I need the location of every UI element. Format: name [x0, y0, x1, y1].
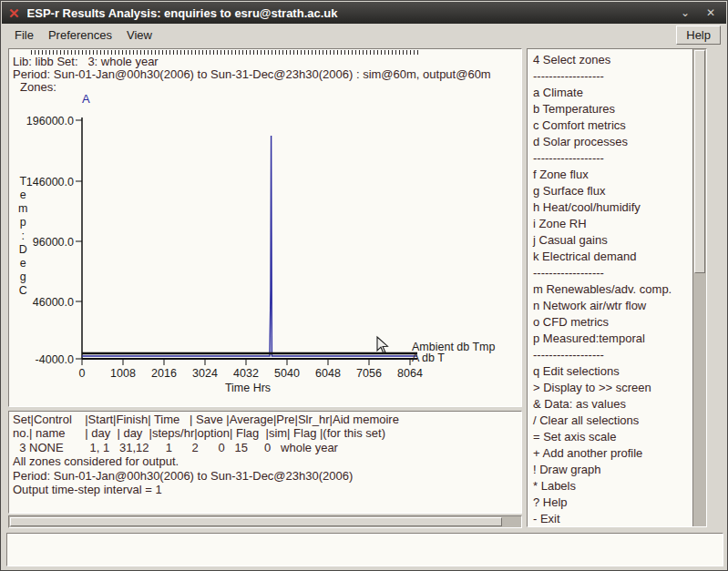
- x-tick-label: 7056: [356, 367, 382, 380]
- menu-item-network-flow[interactable]: n Network air/wtr flow: [533, 298, 692, 314]
- app-window: ✕ ESP-r Results Analysis: enquiries to e…: [0, 0, 728, 571]
- y-tick-label: 46000.0: [33, 296, 74, 309]
- x-tick-label: 0: [79, 367, 86, 380]
- x-tick-label: 1008: [110, 367, 136, 380]
- y-tick-label: 146000.0: [26, 176, 74, 189]
- results-graph: 196000.0 146000.0 96000.0 46000.0 -4000.…: [9, 49, 521, 406]
- text-feedback-box[interactable]: [6, 533, 723, 566]
- close-icon[interactable]: ✕: [702, 5, 720, 21]
- vertical-scrollbar-thumb[interactable]: [694, 50, 705, 273]
- menu-item-data-values[interactable]: & Data: as values: [533, 396, 692, 413]
- menu-item-clear-selections[interactable]: / Clear all selections: [533, 413, 692, 429]
- x-tick-label: 2016: [151, 367, 177, 380]
- summary-line: Output time-step interval = 1: [13, 483, 521, 496]
- menu-separator: ------------------: [533, 347, 692, 363]
- x11-app-icon: ✕: [8, 6, 20, 20]
- command-menu-list: 4 Select zones ------------------ a Clim…: [528, 49, 692, 526]
- menu-item-display-to[interactable]: > Display to >> screen: [533, 380, 692, 396]
- menu-item-zone-flux[interactable]: f Zone flux: [533, 167, 692, 183]
- menu-view[interactable]: View: [119, 25, 159, 45]
- x-tick-label: 8064: [397, 367, 423, 380]
- menu-item-heat-cool[interactable]: h Heat/cool/humidify: [533, 199, 692, 216]
- menu-item-measured[interactable]: p Measured:temporal: [533, 331, 692, 347]
- graph-panel: Lib: libb Set: 3: whole year Period: Sun…: [8, 48, 522, 407]
- legend-zone-label: A db T: [412, 352, 445, 364]
- menu-item-cfd[interactable]: o CFD metrics: [533, 314, 692, 331]
- y-tick-label: 96000.0: [33, 236, 74, 249]
- summary-line: Period: Sun-01-Jan@00h30(2006) to Sun-31…: [13, 469, 521, 483]
- menu-separator: ------------------: [533, 68, 692, 85]
- zone-a-series-line: [82, 136, 417, 356]
- command-menu-panel: 4 Select zones ------------------ a Clim…: [527, 48, 707, 527]
- x-tick-label: 3024: [192, 367, 218, 380]
- titlebar: ✕ ESP-r Results Analysis: enquiries to e…: [2, 2, 726, 24]
- menu-item-help[interactable]: ? Help: [533, 495, 692, 511]
- menu-item-renewables[interactable]: m Renewables/adv. comp.: [533, 281, 692, 298]
- x-tick-label: 4032: [233, 367, 259, 380]
- menu-file[interactable]: File: [7, 25, 41, 45]
- menu-item-climate[interactable]: a Climate: [533, 85, 692, 101]
- x-axis-title: Time Hrs: [225, 382, 271, 394]
- x-tick-label: 5040: [274, 367, 300, 380]
- minimize-icon[interactable]: ⌄: [676, 5, 694, 21]
- y-tick-label: 196000.0: [26, 115, 74, 127]
- menu-item-add-profile[interactable]: + Add another profile: [533, 445, 692, 462]
- menu-item-draw-graph[interactable]: ! Draw graph: [533, 462, 692, 478]
- menu-separator: ------------------: [533, 150, 692, 167]
- menu-item-surface-flux[interactable]: g Surface flux: [533, 183, 692, 199]
- menu-item-exit[interactable]: - Exit: [533, 511, 692, 527]
- vertical-scrollbar[interactable]: [692, 49, 706, 526]
- menu-item-solar[interactable]: d Solar processes: [533, 134, 692, 150]
- summary-line: All zones considered for output.: [13, 454, 521, 468]
- y-tick-label: -4000.0: [36, 353, 74, 366]
- menu-item-axis-scale[interactable]: = Set axis scale: [533, 429, 692, 445]
- x-tick-label: 6048: [315, 367, 341, 380]
- summary-panel: Set|Control |Start|Finish| Time | Save |…: [8, 411, 522, 514]
- menu-item-zone-rh[interactable]: i Zone RH: [533, 216, 692, 232]
- horizontal-scrollbar[interactable]: [8, 515, 522, 528]
- horizontal-scrollbar-thumb[interactable]: [10, 517, 502, 526]
- mouse-cursor: [377, 337, 387, 352]
- menu-item-select-zones[interactable]: 4 Select zones: [533, 52, 692, 68]
- menubar: File Preferences View Help: [2, 24, 726, 46]
- summary-line: 3 NONE 1, 1 31,12 1 2 0 15 0 whole year: [13, 441, 521, 454]
- menu-separator: ------------------: [533, 265, 692, 281]
- menu-preferences[interactable]: Preferences: [41, 25, 119, 45]
- menu-item-comfort[interactable]: c Comfort metrics: [533, 117, 692, 134]
- menu-item-temperatures[interactable]: b Temperatures: [533, 101, 692, 117]
- menu-item-casual-gains[interactable]: j Casual gains: [533, 232, 692, 249]
- menu-item-electrical[interactable]: k Electrical demand: [533, 249, 692, 265]
- window-title: ESP-r Results Analysis: enquiries to esr…: [27, 6, 669, 20]
- menu-item-labels[interactable]: * Labels: [533, 478, 692, 495]
- summary-line: Set|Control |Start|Finish| Time | Save |…: [13, 413, 521, 426]
- summary-line: no.| name | day | day |steps/hr|option| …: [13, 426, 521, 440]
- menu-item-edit-selections[interactable]: q Edit selections: [533, 363, 692, 380]
- help-button[interactable]: Help: [676, 25, 721, 45]
